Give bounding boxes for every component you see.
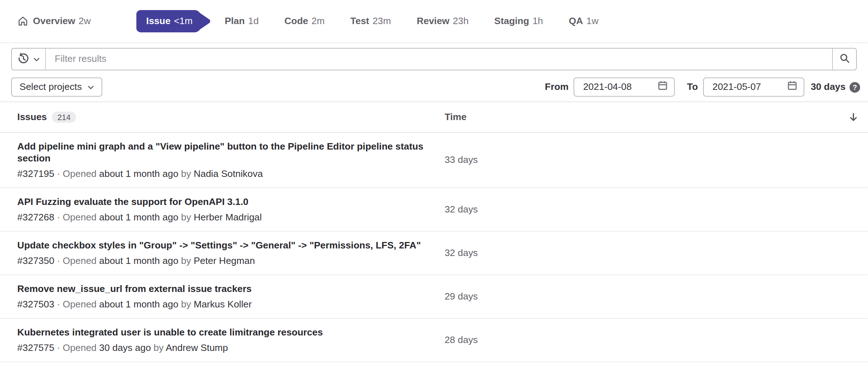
to-date-field[interactable]: 2021-05-07 <box>703 78 804 97</box>
issue-row: Remove new_issue_url from external issue… <box>0 275 868 319</box>
value-stream-analytics-page: Overview 2w Issue <1m Plan 1d Code 2m <box>0 0 868 384</box>
search-button[interactable] <box>832 49 856 70</box>
issue-number[interactable]: #327350 <box>17 256 54 266</box>
to-label: To <box>687 82 698 93</box>
stage-tab-label: QA <box>569 15 583 27</box>
question-mark-icon[interactable]: ? <box>850 82 860 92</box>
opened-timeago: about 1 month ago <box>99 169 178 179</box>
stage-tab-label: Staging <box>494 15 529 27</box>
issues-duration-table: Issues 214 Time Add pipeline mini graph … <box>0 102 868 362</box>
issue-title-link[interactable]: API Fuzzing evaluate the support for Ope… <box>17 196 429 208</box>
issue-row: Kubernetes integrated user is unable to … <box>0 319 868 362</box>
date-range-summary: 30 days <box>811 82 846 93</box>
arrow-down-icon[interactable] <box>848 111 859 123</box>
by-label: by <box>181 169 191 179</box>
issues-count-badge: 214 <box>52 111 76 123</box>
meta-separator: · <box>57 169 60 179</box>
issue-number[interactable]: #327575 <box>17 343 54 353</box>
meta-separator: · <box>57 256 60 266</box>
issue-number[interactable]: #327268 <box>17 212 54 223</box>
stage-tab-duration: <1m <box>174 15 193 27</box>
issue-title-link[interactable]: Remove new_issue_url from external issue… <box>17 283 429 295</box>
stage-tab[interactable]: Plan 1d <box>225 10 258 32</box>
stage-tab[interactable]: Overview 2w <box>17 10 91 32</box>
from-label: From <box>545 82 569 93</box>
stage-tab[interactable]: Review 23h <box>417 10 469 32</box>
stage-tab[interactable]: QA 1w <box>569 10 598 32</box>
issue-time-value: 33 days <box>444 155 478 166</box>
select-projects-dropdown[interactable]: Select projects <box>11 78 102 97</box>
stage-tab-label: Overview <box>33 15 75 27</box>
stage-tab-duration: 1h <box>533 15 543 27</box>
chevron-down-icon <box>87 82 94 93</box>
issue-author-link[interactable]: Nadia Sotnikova <box>194 169 263 179</box>
issue-meta: #327575 · Opened 30 days ago by Andrew S… <box>17 342 868 354</box>
stage-tab-duration: 2m <box>312 15 325 27</box>
issue-time-value: 29 days <box>444 291 478 302</box>
recent-searches-dropdown[interactable] <box>12 49 46 70</box>
stage-tab-duration: 23m <box>372 15 391 27</box>
issues-column-header: Issues 214 <box>17 111 76 123</box>
issue-author-link[interactable]: Andrew Stump <box>166 343 228 353</box>
table-header-row: Issues 214 Time <box>0 102 868 133</box>
home-icon <box>17 15 28 27</box>
issue-author-link[interactable]: Peter Hegman <box>194 256 255 266</box>
issues-header-label: Issues <box>17 111 47 123</box>
by-label: by <box>181 256 191 266</box>
opened-label: Opened <box>63 212 96 223</box>
issue-meta: #327268 · Opened about 1 month ago by He… <box>17 211 868 223</box>
by-label: by <box>181 299 191 310</box>
stage-tab-duration: 2w <box>78 15 91 27</box>
issue-meta: #327503 · Opened about 1 month ago by Ma… <box>17 298 868 310</box>
opened-label: Opened <box>63 343 96 353</box>
issue-number[interactable]: #327503 <box>17 299 54 310</box>
issue-author-link[interactable]: Markus Koller <box>194 299 252 310</box>
opened-label: Opened <box>63 169 96 179</box>
stage-tab-label: Issue <box>146 15 170 27</box>
opened-timeago: about 1 month ago <box>99 212 178 223</box>
stage-tab-duration: 1d <box>248 15 258 27</box>
issue-row: Update checkbox styles in "Group" -> "Se… <box>0 232 868 275</box>
opened-timeago: about 1 month ago <box>99 256 178 266</box>
issue-title-link[interactable]: Add pipeline mini graph and a "View pipe… <box>17 141 429 164</box>
search-icon <box>839 53 850 65</box>
opened-timeago: about 1 month ago <box>99 299 178 310</box>
filter-controls-row: Select projects From 2021-04-08 <box>11 78 857 97</box>
history-icon <box>17 52 30 66</box>
opened-timeago: 30 days ago <box>99 343 151 353</box>
date-range-controls: From 2021-04-08 To 2021-05-07 <box>545 78 860 97</box>
from-date-value: 2021-04-08 <box>583 82 632 93</box>
issue-title-link[interactable]: Kubernetes integrated user is unable to … <box>17 326 429 338</box>
stage-tab[interactable]: Code 2m <box>284 10 325 32</box>
calendar-icon <box>657 80 668 93</box>
meta-separator: · <box>57 343 60 353</box>
stage-tab-label: Plan <box>225 15 245 27</box>
stage-tab[interactable]: Issue <1m <box>136 10 211 32</box>
chevron-down-icon <box>33 55 40 63</box>
by-label: by <box>181 212 191 223</box>
filter-results-input[interactable] <box>46 49 832 70</box>
stage-tab-label: Code <box>284 15 308 27</box>
time-column-header: Time <box>444 111 466 123</box>
select-projects-label: Select projects <box>19 82 82 93</box>
opened-label: Opened <box>63 256 96 266</box>
issue-author-link[interactable]: Herber Madrigal <box>194 212 262 223</box>
meta-separator: · <box>57 299 60 310</box>
to-date-value: 2021-05-07 <box>713 82 761 93</box>
issue-row: API Fuzzing evaluate the support for Ope… <box>0 188 868 232</box>
stage-tab-duration: 1w <box>586 15 598 27</box>
issue-title-link[interactable]: Update checkbox styles in "Group" -> "Se… <box>17 239 429 251</box>
stage-path-nav: Overview 2w Issue <1m Plan 1d Code 2m <box>0 0 868 43</box>
by-label: by <box>154 343 164 353</box>
stage-tab[interactable]: Test 23m <box>351 10 391 32</box>
from-date-field[interactable]: 2021-04-08 <box>574 78 675 97</box>
issue-row: Add pipeline mini graph and a "View pipe… <box>0 133 868 188</box>
filters-section: Select projects From 2021-04-08 <box>0 43 868 102</box>
stage-tab-label: Review <box>417 15 449 27</box>
stage-tab[interactable]: Staging 1h <box>494 10 543 32</box>
issue-number[interactable]: #327195 <box>17 169 54 179</box>
calendar-icon <box>787 80 797 93</box>
issue-time-value: 32 days <box>444 204 478 215</box>
issue-meta: #327350 · Opened about 1 month ago by Pe… <box>17 255 868 267</box>
issue-meta: #327195 · Opened about 1 month ago by Na… <box>17 168 868 180</box>
